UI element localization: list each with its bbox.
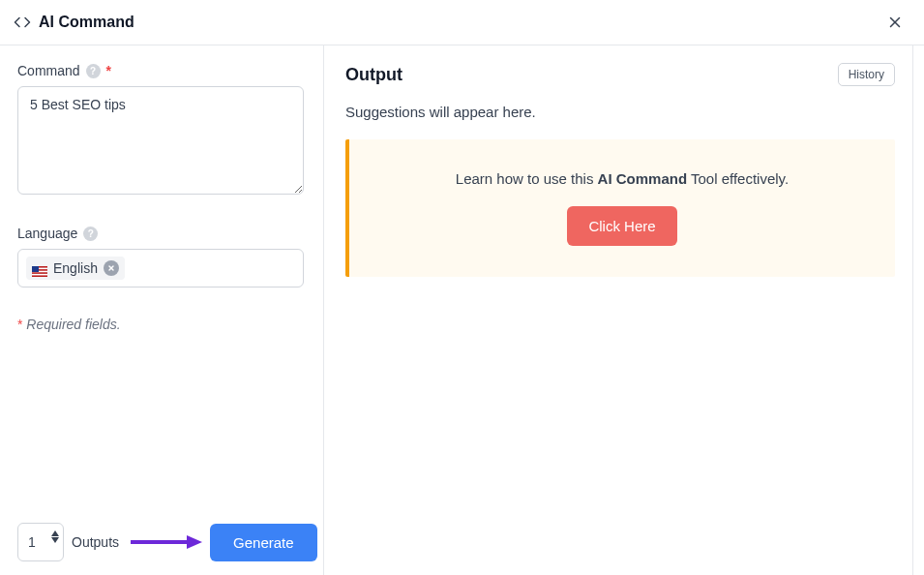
- output-header: Output History: [345, 63, 895, 86]
- sidebar-footer: Outputs Generate: [17, 509, 304, 561]
- help-icon[interactable]: ?: [83, 227, 98, 241]
- required-marker: *: [106, 63, 111, 78]
- language-chip-label: English: [53, 260, 98, 276]
- header-left: AI Command: [14, 14, 134, 31]
- required-fields-note: * Required fields.: [17, 317, 304, 332]
- dialog-header: AI Command: [0, 0, 924, 45]
- history-button[interactable]: History: [838, 63, 895, 86]
- svg-rect-6: [32, 266, 39, 272]
- info-text: Learn how to use this AI Command Tool ef…: [369, 170, 876, 187]
- help-icon[interactable]: ?: [86, 64, 101, 78]
- language-chip: English: [26, 257, 125, 280]
- output-placeholder: Suggestions will appear here.: [345, 104, 895, 120]
- sidebar-body: Command ? * Language ?: [17, 63, 304, 509]
- outputs-stepper[interactable]: [17, 523, 64, 561]
- output-panel: Output History Suggestions will appear h…: [324, 45, 924, 575]
- command-label: Command: [17, 63, 80, 78]
- flag-us-icon: [32, 263, 47, 274]
- output-title: Output: [345, 65, 402, 85]
- svg-rect-5: [32, 273, 47, 275]
- generate-button[interactable]: Generate: [210, 524, 317, 561]
- command-label-row: Command ? *: [17, 63, 304, 78]
- sidebar: Command ? * Language ?: [0, 45, 324, 575]
- click-here-button[interactable]: Click Here: [567, 206, 676, 246]
- code-icon: [14, 14, 31, 31]
- language-label: Language: [17, 226, 77, 241]
- dialog-title: AI Command: [39, 14, 134, 31]
- remove-chip-button[interactable]: [104, 260, 119, 276]
- stepper-icons[interactable]: [51, 530, 59, 543]
- close-button[interactable]: [885, 13, 905, 32]
- outputs-label: Outputs: [72, 534, 119, 550]
- info-box: Learn how to use this AI Command Tool ef…: [345, 139, 895, 277]
- arrow-annotation-icon: [131, 534, 204, 550]
- right-border: [912, 45, 913, 575]
- main-content: Command ? * Language ?: [0, 45, 924, 575]
- language-label-row: Language ?: [17, 226, 304, 241]
- command-input[interactable]: [17, 86, 304, 195]
- language-section: Language ?: [17, 226, 304, 288]
- language-input[interactable]: English: [17, 249, 304, 288]
